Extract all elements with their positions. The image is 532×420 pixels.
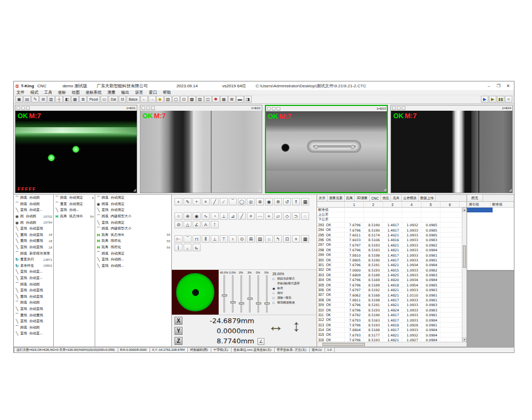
cam-tool-icon[interactable] xyxy=(16,106,20,110)
result-row[interactable]: 296 OK 7.6033 8.5106 1.4816 1.0933 0.098… xyxy=(317,237,462,242)
toolbar-button[interactable]: Batce xyxy=(127,96,140,103)
toolbar-run-button[interactable]: ▶ xyxy=(481,96,488,103)
menu-item[interactable]: 坐标系统 xyxy=(86,90,102,95)
toolbar-button[interactable]: ▧ xyxy=(164,96,172,103)
measure-item[interactable]: H 距离 线程化 66 xyxy=(95,244,171,251)
tolerance-row[interactable]: 上公差 xyxy=(317,212,462,217)
tool-button[interactable]: ○ xyxy=(174,212,182,220)
tool-button[interactable]: × xyxy=(292,235,300,243)
option-row[interactable]: ○ 相对 xyxy=(272,291,311,295)
slider-track[interactable] xyxy=(240,275,242,312)
resize-corner-icon[interactable]: ◢ xyxy=(258,188,261,192)
status-segment[interactable]: 对焦辅助(图) xyxy=(187,347,211,352)
measure-item[interactable]: ⌒ 园弧 自动园 xyxy=(14,281,53,287)
camera-view-4[interactable]: OKM:7 ◢ xyxy=(391,111,512,193)
toolbar-button[interactable]: ⊞ xyxy=(39,96,47,103)
tool-button[interactable]: ♀ xyxy=(229,235,237,243)
measure-item[interactable]: ↻ 基准样生 15802 xyxy=(14,263,53,269)
column-header[interactable]: 2 xyxy=(364,202,383,207)
axis-icon[interactable]: Z xyxy=(174,337,182,345)
slider-track[interactable] xyxy=(232,275,234,312)
cam-tool-icon[interactable] xyxy=(146,106,150,110)
tool-button[interactable]: × xyxy=(247,212,255,220)
toolbar-button[interactable]: ┼ xyxy=(55,96,63,103)
column-standard[interactable]: 标准值 xyxy=(491,202,514,207)
toolbar-button[interactable]: ▣ xyxy=(15,96,23,103)
status-segment[interactable]: 坐标单位:mm 直角坐标(关) xyxy=(231,347,274,352)
slider-track[interactable] xyxy=(257,275,259,312)
camera-view-1[interactable]: OKM:7 FFFFF ◢ xyxy=(15,111,137,193)
camera-panel-2[interactable]: 1=E02 OKM:7 ◢ xyxy=(140,105,262,193)
result-row[interactable]: 315 OK 7.6793 8.5177 1.4821 1.0932 0.098… xyxy=(317,333,462,337)
measure-item[interactable]: ╲ 直线 自动直线 18 xyxy=(14,244,53,251)
measure-item[interactable]: ╲ 直线 自动园... xyxy=(95,257,171,263)
cam-tool-icon[interactable] xyxy=(26,106,30,110)
tool-button[interactable]: ⊿ xyxy=(229,212,237,220)
measure-item[interactable]: ◉ 园弧 自动测定 xyxy=(95,201,171,208)
angle-button[interactable]: ∠ xyxy=(257,338,264,345)
column-header[interactable]: 5 xyxy=(421,202,440,207)
measure-item[interactable]: ╲ 直线 自动直... xyxy=(14,275,53,282)
menu-item[interactable]: 模式 xyxy=(30,90,38,95)
result-row[interactable]: 309 OK 7.6796 8.5191 1.4821 1.0933 0.098… xyxy=(317,302,462,307)
slider-track[interactable] xyxy=(266,275,268,312)
tool-button[interactable]: ▦ xyxy=(301,235,309,243)
toolbar-button[interactable]: Pecel xyxy=(87,96,100,103)
option-checkbox-icon[interactable]: ◉ xyxy=(272,286,276,290)
scroll-down-arrow[interactable]: ▼ xyxy=(462,337,467,342)
tool-button[interactable]: ⊺ xyxy=(211,221,219,228)
result-row[interactable]: 299 OK 7.8810 8.5198 1.4817 1.0933 0.098… xyxy=(317,253,462,258)
menu-item[interactable]: 测量 xyxy=(107,90,115,95)
menu-item[interactable]: 坐标 xyxy=(58,90,66,95)
option-row[interactable]: □ 模拟精度检测 xyxy=(272,301,311,304)
measure-item[interactable]: ╲ 直线 自动直线 xyxy=(14,306,53,312)
slider-thumb[interactable] xyxy=(247,298,253,300)
slider-track[interactable] xyxy=(223,275,225,312)
tolerance-row[interactable]: 下公差 xyxy=(317,218,462,223)
measure-item[interactable]: ◉ 园 自动园 15794 xyxy=(14,219,53,226)
tool-button[interactable]: ⊾ xyxy=(193,244,201,251)
status-segment[interactable]: X,Y:-14.1761,108.6784 xyxy=(149,347,187,352)
menu-item[interactable]: 设置 xyxy=(135,90,143,95)
tool-button[interactable]: ⊞ xyxy=(247,235,255,243)
measure-item[interactable]: ╲ 重线 自动直线 xyxy=(14,294,53,300)
tool-button[interactable]: ⊥ xyxy=(220,212,228,220)
result-row[interactable]: 297 OK 7.6797 8.5193 1.4821 1.0933 0.098… xyxy=(317,243,462,248)
minimize-button[interactable]: – xyxy=(485,83,493,89)
result-row[interactable]: 301 OK 7.6796 8.5191 1.4821 1.0934 0.098… xyxy=(317,262,462,267)
tool-button[interactable]: ⊢ xyxy=(174,235,182,243)
toolbar-run-button[interactable]: ▮▮ xyxy=(497,96,504,103)
option-row[interactable]: □ 跟踪当前模式 xyxy=(272,277,311,281)
menu-item[interactable]: 工具 xyxy=(44,90,52,95)
option-checkbox-icon[interactable]: ○ xyxy=(272,292,276,295)
measure-item[interactable]: ╲ 直线 自动测定 xyxy=(95,219,171,226)
column-header[interactable]: 1 xyxy=(345,202,364,207)
measure-item[interactable]: ⌒ 园弧 内建模型大小 xyxy=(95,213,171,220)
tool-button[interactable]: ⊤ xyxy=(220,235,228,243)
status-segment[interactable]: 世界坐标系: 正交(关) xyxy=(274,347,309,352)
toolbar-button[interactable]: ◆ xyxy=(156,96,164,103)
camera-view-3[interactable]: OKM:7 ◢ xyxy=(266,111,387,192)
status-segment[interactable]: 退出(1) xyxy=(309,347,325,352)
result-row[interactable]: 307 OK 7.6062 8.5168 1.4821 1.0110 0.098… xyxy=(317,293,462,298)
tool-button[interactable]: ⊡ xyxy=(283,235,291,243)
toolbar-button[interactable]: ▦ xyxy=(220,96,228,103)
result-row[interactable]: 302 OK 7.0000 8.5193 1.4815 1.0933 0.098… xyxy=(317,268,462,273)
measure-item[interactable]: ╲ 直线 自动园... xyxy=(95,263,171,269)
table-tab[interactable]: 公差模块 xyxy=(402,195,419,201)
tool-button[interactable]: ◉ xyxy=(193,212,201,220)
measure-item[interactable]: ╲ 直线 自动直线 xyxy=(14,287,53,294)
scroll-up-arrow[interactable]: ▲ xyxy=(462,208,467,212)
tool-button[interactable]: ▦ xyxy=(301,198,309,205)
horizontal-scrollbar[interactable] xyxy=(317,342,467,347)
result-row[interactable]: 312 OK 7.6793 8.5163 1.4817 1.0933 0.098… xyxy=(317,318,462,323)
measure-item[interactable]: ╲ 重线 自动直线 18 xyxy=(14,232,53,238)
element-tab[interactable]: 图元 xyxy=(467,195,483,201)
table-tab[interactable]: 信息 xyxy=(381,195,392,201)
toolbar-button[interactable]: ▬ xyxy=(236,96,244,103)
toolbar-run-button[interactable]: ⌗ xyxy=(505,96,512,103)
table-tab[interactable]: 距离 xyxy=(345,195,355,201)
toolbar-button[interactable]: ◧ xyxy=(63,96,71,103)
menu-item[interactable]: 绘图 xyxy=(72,90,80,95)
slider-thumb[interactable] xyxy=(230,301,236,303)
